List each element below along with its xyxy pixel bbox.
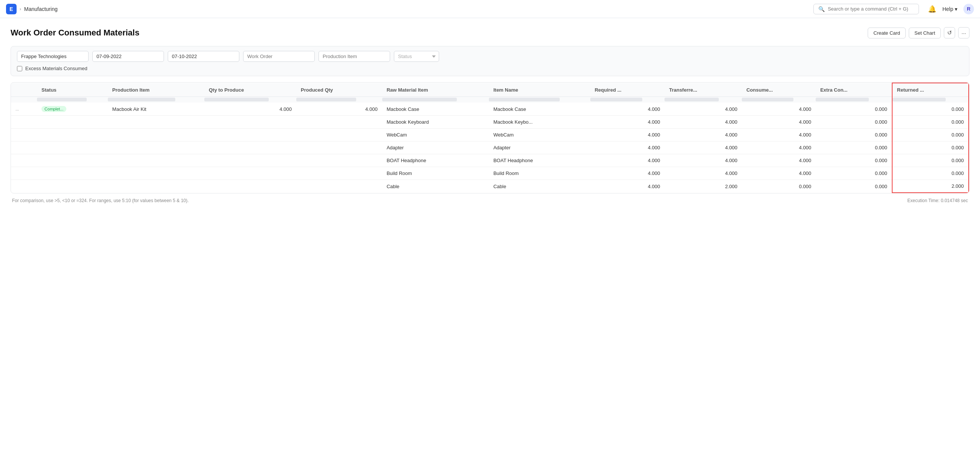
cell-consumed: 0.000 (742, 180, 816, 193)
footer-hint: For comparison, use >5, <10 or =324. For… (12, 198, 189, 203)
refresh-button[interactable]: ↺ (944, 27, 955, 38)
cell-consumed: 4.000 (742, 116, 816, 129)
page-title: Work Order Consumed Materials (11, 28, 140, 38)
cell-raw-material: Macbook Keyboard (382, 116, 489, 129)
cell-produced-qty: 4.000 (296, 102, 382, 116)
col-header-item-name[interactable]: Item Name (489, 83, 590, 97)
search-input[interactable] (828, 6, 914, 12)
company-filter[interactable] (17, 51, 89, 62)
cell-produced-qty (296, 180, 382, 193)
table-header-row: Status Production Item Qty to Produce Pr… (11, 83, 969, 97)
cell-transferred: 2.000 (665, 180, 742, 193)
cell-qty-to-produce (204, 167, 296, 180)
cell-consumed: 4.000 (742, 129, 816, 142)
create-card-button[interactable]: Create Card (868, 27, 906, 38)
cell-transferred: 4.000 (665, 102, 742, 116)
table-body: ... Complet... Macbook Air Kit 4.000 4.0… (11, 102, 969, 193)
date-from-filter[interactable] (92, 51, 164, 62)
set-chart-button[interactable]: Set Chart (909, 27, 941, 38)
row-expand[interactable] (11, 116, 37, 129)
col-header-extra-consumed[interactable]: Extra Con... (816, 83, 892, 97)
help-chevron-icon: ▾ (955, 6, 958, 12)
cell-required: 4.000 (590, 167, 665, 180)
help-label: Help (942, 6, 953, 12)
cell-raw-material: Cable (382, 180, 489, 193)
cell-produced-qty (296, 154, 382, 167)
cell-required: 4.000 (590, 180, 665, 193)
topnav: E › Manufacturing 🔍 🔔 Help ▾ R (0, 0, 980, 18)
cell-extra-consumed: 0.000 (816, 102, 892, 116)
col-header-required[interactable]: Required ... (590, 83, 665, 97)
cell-raw-material: WebCam (382, 129, 489, 142)
cell-status (37, 180, 108, 193)
table-filter-row (11, 97, 969, 103)
global-search[interactable]: 🔍 (813, 4, 919, 14)
col-header-transferred[interactable]: Transferre... (665, 83, 742, 97)
notifications-bell-icon[interactable]: 🔔 (928, 5, 936, 13)
production-item-filter[interactable] (318, 51, 390, 62)
row-expand[interactable] (11, 167, 37, 180)
cell-item-name: WebCam (489, 129, 590, 142)
topnav-right: 🔔 Help ▾ R (928, 4, 974, 14)
cell-consumed: 4.000 (742, 154, 816, 167)
data-table-container: Status Production Item Qty to Produce Pr… (11, 82, 969, 193)
col-header-raw-material[interactable]: Raw Material Item (382, 83, 489, 97)
cell-status (37, 167, 108, 180)
cell-qty-to-produce (204, 180, 296, 193)
cell-production-item (108, 154, 204, 167)
row-expand[interactable] (11, 142, 37, 154)
work-order-filter[interactable] (243, 51, 315, 62)
breadcrumb-module: Manufacturing (24, 6, 58, 12)
cell-transferred: 4.000 (665, 129, 742, 142)
cell-extra-consumed: 0.000 (816, 180, 892, 193)
cell-produced-qty (296, 142, 382, 154)
cell-required: 4.000 (590, 116, 665, 129)
table-row: Build Room Build Room 4.000 4.000 4.000 … (11, 167, 969, 180)
search-icon: 🔍 (818, 6, 825, 12)
cell-raw-material: BOAT Headphone (382, 154, 489, 167)
cell-consumed: 4.000 (742, 167, 816, 180)
status-badge: Complet... (41, 106, 66, 112)
col-header-production-item[interactable]: Production Item (108, 83, 204, 97)
row-expand[interactable]: ... (11, 102, 37, 116)
more-options-button[interactable]: ··· (958, 27, 969, 38)
col-header-status[interactable]: Status (37, 83, 108, 97)
cell-production-item (108, 129, 204, 142)
cell-status (37, 142, 108, 154)
table-row: Adapter Adapter 4.000 4.000 4.000 0.000 … (11, 142, 969, 154)
col-header-produced-qty[interactable]: Produced Qty (296, 83, 382, 97)
cell-item-name: Build Room (489, 167, 590, 180)
cell-consumed: 4.000 (742, 102, 816, 116)
user-avatar[interactable]: R (963, 4, 974, 14)
table-row: Cable Cable 4.000 2.000 0.000 0.000 2.00… (11, 180, 969, 193)
cell-raw-material: Adapter (382, 142, 489, 154)
cell-returned: 0.000 (892, 167, 969, 180)
row-expand[interactable] (11, 129, 37, 142)
cell-transferred: 4.000 (665, 116, 742, 129)
status-filter[interactable]: Status Completed In Progress Not Started (394, 51, 439, 62)
excess-materials-checkbox[interactable] (17, 66, 22, 71)
cell-production-item (108, 142, 204, 154)
cell-required: 4.000 (590, 154, 665, 167)
cell-returned: 0.000 (892, 116, 969, 129)
date-to-filter[interactable] (168, 51, 239, 62)
col-header-qty-to-produce[interactable]: Qty to Produce (204, 83, 296, 97)
cell-production-item: Macbook Air Kit (108, 102, 204, 116)
col-header-consumed[interactable]: Consume... (742, 83, 816, 97)
help-menu[interactable]: Help ▾ (942, 6, 958, 12)
table-row: WebCam WebCam 4.000 4.000 4.000 0.000 0.… (11, 129, 969, 142)
cell-qty-to-produce (204, 129, 296, 142)
cell-extra-consumed: 0.000 (816, 167, 892, 180)
cell-extra-consumed: 0.000 (816, 142, 892, 154)
cell-produced-qty (296, 167, 382, 180)
table-row: BOAT Headphone BOAT Headphone 4.000 4.00… (11, 154, 969, 167)
col-header-returned[interactable]: Returned ... (892, 83, 969, 97)
cell-returned: 2.000 (892, 180, 969, 193)
row-expand[interactable] (11, 180, 37, 193)
app-logo: E (6, 4, 17, 14)
cell-raw-material: Build Room (382, 167, 489, 180)
cell-extra-consumed: 0.000 (816, 116, 892, 129)
row-expand[interactable] (11, 154, 37, 167)
cell-produced-qty (296, 116, 382, 129)
cell-transferred: 4.000 (665, 142, 742, 154)
